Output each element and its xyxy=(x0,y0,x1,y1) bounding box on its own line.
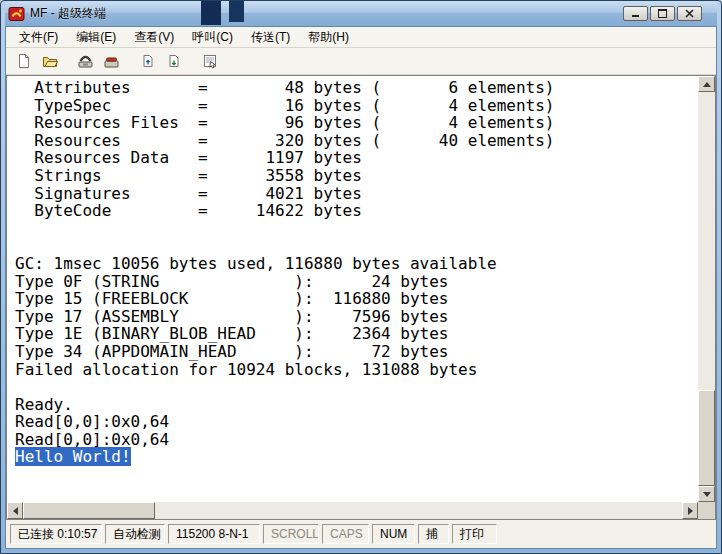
menu-item-call[interactable]: 呼叫(C) xyxy=(183,26,242,49)
arrow-up-icon xyxy=(703,82,711,87)
menu-item-file[interactable]: 文件(F) xyxy=(10,26,67,49)
hangup-icon xyxy=(103,53,121,69)
terminal-history: Attributes = 48 bytes ( 6 elements) Type… xyxy=(15,78,554,449)
terminal-viewport[interactable]: Attributes = 48 bytes ( 6 elements) Type… xyxy=(7,76,698,502)
terminal-output: Attributes = 48 bytes ( 6 elements) Type… xyxy=(7,76,698,466)
open-button[interactable] xyxy=(38,50,62,72)
scroll-left-button[interactable] xyxy=(7,502,23,519)
scrollbar-corner xyxy=(698,502,715,519)
receive-file-button[interactable] xyxy=(162,50,186,72)
client-area: 文件(F) 编辑(E) 查看(V) 呼叫(C) 传送(T) 帮助(H) xyxy=(5,26,717,549)
properties-icon xyxy=(202,53,218,69)
arrow-down-icon xyxy=(703,492,711,497)
new-document-icon xyxy=(16,53,32,69)
maximize-button[interactable] xyxy=(650,6,675,21)
open-folder-icon xyxy=(42,53,58,69)
status-scroll-lock: SCROLL xyxy=(263,524,319,544)
menu-item-help[interactable]: 帮助(H) xyxy=(299,26,358,49)
menu-item-edit[interactable]: 编辑(E) xyxy=(67,26,125,49)
horizontal-scrollbar[interactable] xyxy=(7,502,698,519)
window-title: MF - 超级终端 xyxy=(30,5,106,22)
menu-item-transfer[interactable]: 传送(T) xyxy=(242,26,299,49)
arrow-left-icon xyxy=(13,507,18,515)
maximize-icon xyxy=(658,9,667,18)
send-icon xyxy=(140,53,156,69)
vertical-scrollbar[interactable] xyxy=(698,76,715,502)
horizontal-scroll-track[interactable] xyxy=(23,502,682,519)
status-baud-settings: 115200 8-N-1 xyxy=(168,524,260,544)
titlebar-artifact xyxy=(201,1,221,25)
title-bar[interactable]: MF - 超级终端 xyxy=(5,1,717,26)
close-button[interactable] xyxy=(677,6,702,21)
new-connection-button[interactable] xyxy=(12,50,36,72)
status-connection: 已连接 0:10:57 xyxy=(10,524,102,544)
arrow-right-icon xyxy=(688,507,693,515)
status-emulation: 自动检测 xyxy=(105,524,165,544)
hyperterminal-icon xyxy=(8,6,25,22)
call-icon xyxy=(77,53,95,69)
receive-icon xyxy=(166,53,182,69)
status-caps-lock: CAPS xyxy=(322,524,369,544)
status-print-echo: 打印 xyxy=(452,524,497,544)
properties-button[interactable] xyxy=(198,50,222,72)
minimize-button[interactable] xyxy=(623,6,648,21)
hyperterminal-window: MF - 超级终端 文件(F) 编辑(E) 查看(V) 呼叫(C) 传送(T) … xyxy=(0,0,722,554)
minimize-icon xyxy=(631,9,640,18)
close-icon xyxy=(685,9,694,18)
status-bar: 已连接 0:10:57 自动检测 115200 8-N-1 SCROLL CAP… xyxy=(6,520,716,548)
terminal-area: Attributes = 48 bytes ( 6 elements) Type… xyxy=(6,75,716,520)
menu-item-view[interactable]: 查看(V) xyxy=(125,26,183,49)
disconnect-button[interactable] xyxy=(100,50,124,72)
vertical-scroll-track[interactable] xyxy=(698,92,715,486)
tool-bar xyxy=(6,48,716,75)
horizontal-scroll-thumb[interactable] xyxy=(23,502,155,519)
scroll-up-button[interactable] xyxy=(698,76,715,92)
titlebar-artifact xyxy=(229,1,244,22)
status-num-lock: NUM xyxy=(372,524,415,544)
scroll-down-button[interactable] xyxy=(698,486,715,502)
call-button[interactable] xyxy=(74,50,98,72)
scroll-right-button[interactable] xyxy=(682,502,698,519)
status-capture: 捕 xyxy=(418,524,449,544)
window-controls xyxy=(623,6,714,21)
send-file-button[interactable] xyxy=(136,50,160,72)
vertical-scroll-thumb[interactable] xyxy=(698,390,715,486)
terminal-selected-text: Hello World! xyxy=(15,447,131,466)
menu-bar: 文件(F) 编辑(E) 查看(V) 呼叫(C) 传送(T) 帮助(H) xyxy=(6,27,716,48)
